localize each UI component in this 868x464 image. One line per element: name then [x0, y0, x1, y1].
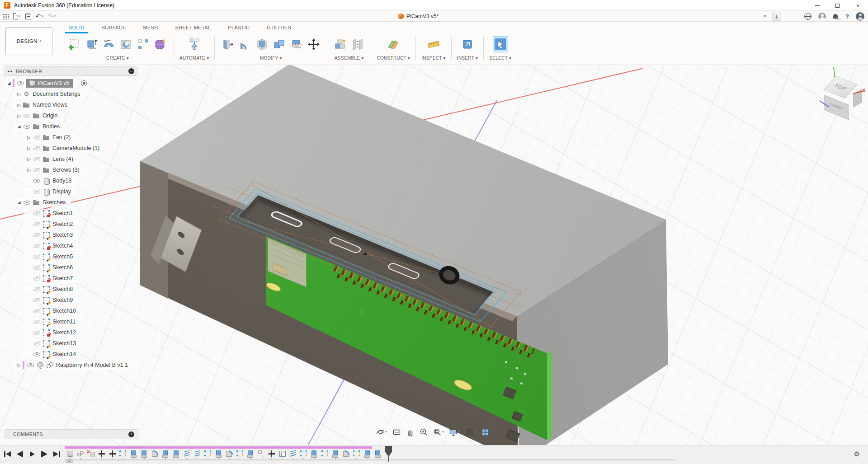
browser-row-origin[interactable]: ▷ Origin: [4, 110, 153, 121]
timeline-feature-box[interactable]: [66, 449, 75, 458]
visibility-eye-icon[interactable]: [33, 168, 40, 172]
look-at-button[interactable]: [392, 427, 402, 437]
expander-icon[interactable]: ▷: [25, 135, 33, 140]
construct-plane-icon[interactable]: [386, 36, 401, 52]
browser-header[interactable]: ◄◄ BROWSER –: [4, 66, 137, 76]
undo-button[interactable]: ↶▾: [36, 13, 43, 19]
go-to-end-button[interactable]: [52, 451, 61, 458]
browser-row-body13[interactable]: Body13: [4, 175, 153, 186]
expander-icon[interactable]: ◢: [5, 81, 13, 85]
timeline-feature-sketch[interactable]: [321, 449, 330, 458]
visibility-eye-icon[interactable]: [33, 255, 40, 259]
new-document-tab-button[interactable]: +: [772, 12, 781, 21]
browser-row-sketch12[interactable]: Sketch12: [4, 327, 153, 338]
browser-row-lens-4-[interactable]: ▷ Lens (4): [4, 154, 153, 164]
group-label-modify[interactable]: MODIFY ▾: [260, 56, 282, 61]
view-cube[interactable]: TOP FRONT X: [821, 66, 868, 115]
group-label-insert[interactable]: INSERT ▾: [457, 56, 478, 61]
tab-plastic[interactable]: PLASTIC: [227, 23, 250, 32]
expander-icon[interactable]: ▷: [25, 168, 33, 173]
visibility-eye-icon[interactable]: [33, 157, 40, 161]
visibility-eye-icon[interactable]: [24, 201, 30, 205]
group-label-assemble[interactable]: ASSEMBLE ▾: [335, 56, 364, 61]
browser-row-sketch10[interactable]: Sketch10: [4, 305, 153, 316]
new-component-icon[interactable]: [333, 36, 348, 52]
timeline-feature-move[interactable]: [97, 449, 106, 458]
visibility-eye-icon[interactable]: [33, 309, 40, 313]
timeline-feature-extrude[interactable]: [214, 449, 223, 458]
browser-row-sketch9[interactable]: Sketch9: [4, 295, 153, 305]
profile-icon[interactable]: [818, 13, 826, 20]
step-forward-button[interactable]: [40, 451, 48, 458]
comments-panel[interactable]: COMMENTS +: [5, 429, 138, 439]
help-icon[interactable]: ?: [845, 13, 849, 20]
timeline-feature-extrude[interactable]: [373, 449, 382, 458]
viewcube-top-face[interactable]: TOP: [824, 76, 858, 98]
timeline-component-group-bar[interactable]: [65, 446, 372, 449]
tab-surface[interactable]: SURFACE: [101, 23, 127, 32]
tab-sheet-metal[interactable]: SHEET METAL: [175, 23, 212, 32]
timeline-feature-sketch[interactable]: [352, 449, 361, 458]
file-menu-button[interactable]: ▾: [13, 13, 21, 19]
insert-icon[interactable]: [460, 36, 475, 52]
timeline-feature-link[interactable]: [76, 449, 85, 458]
timeline-feature-chamfer[interactable]: [225, 449, 234, 458]
split-body-icon[interactable]: [289, 36, 304, 52]
notifications-bell-icon[interactable]: [833, 14, 839, 19]
browser-row-sketch1[interactable]: Sketch1: [4, 208, 153, 219]
timeline-feature-fillet[interactable]: [342, 449, 351, 458]
combine-icon[interactable]: [272, 36, 287, 52]
timeline-settings-gear-icon[interactable]: ⚙: [854, 450, 860, 458]
browser-row-picamv3-v5[interactable]: ◢ PiCamV3 v5: [4, 78, 153, 89]
workspace-selector[interactable]: DESIGN▾: [5, 27, 52, 55]
pan-button[interactable]: [405, 427, 415, 437]
measure-icon[interactable]: [426, 36, 441, 52]
maximize-button[interactable]: [827, 0, 848, 11]
group-label-automate[interactable]: AUTOMATE ▾: [179, 56, 209, 61]
close-button[interactable]: ×: [848, 0, 868, 11]
visibility-eye-icon[interactable]: [33, 179, 40, 183]
visibility-eye-icon[interactable]: [33, 244, 40, 248]
visibility-eye-icon[interactable]: [33, 352, 40, 356]
expander-icon[interactable]: ▷: [15, 92, 23, 97]
browser-row-document-settings[interactable]: ▷ ⚙ Document Settings: [4, 89, 153, 99]
browser-row-sketch3[interactable]: Sketch3: [4, 230, 153, 240]
visibility-eye-icon[interactable]: [33, 266, 40, 270]
extrude-icon[interactable]: [84, 36, 99, 52]
document-tab[interactable]: PiCamV3 v5*: [398, 11, 439, 22]
pattern-icon[interactable]: [136, 36, 151, 52]
browser-row-sketch7[interactable]: Sketch7: [4, 273, 153, 284]
expander-icon[interactable]: ▷: [15, 103, 23, 108]
timeline-feature-extrude[interactable]: [129, 449, 138, 458]
visibility-eye-icon[interactable]: [24, 114, 30, 118]
visibility-eye-icon[interactable]: [33, 222, 40, 226]
save-button[interactable]: [25, 14, 31, 19]
expander-icon[interactable]: ◢: [15, 200, 23, 205]
create-sketch-icon[interactable]: [67, 36, 82, 52]
viewports-button[interactable]: ▾: [480, 427, 493, 437]
timeline-feature-pattern[interactable]: [278, 449, 287, 458]
visibility-eye-icon[interactable]: [33, 298, 40, 302]
browser-row-named-views[interactable]: ▷ Named Views: [4, 99, 153, 110]
timeline-feature-thread[interactable]: [288, 449, 297, 458]
timeline-feature-extrude[interactable]: [172, 449, 181, 458]
browser-row-raspberry-pi-4-model-b-v1-1[interactable]: ▷ Raspberry Pi 4 Model B v1:1: [4, 360, 153, 370]
visibility-eye-icon[interactable]: [33, 320, 40, 324]
fillet-icon[interactable]: [237, 36, 253, 52]
group-label-create[interactable]: CREATE ▾: [106, 56, 129, 61]
expander-icon[interactable]: ◢: [15, 124, 23, 129]
visibility-eye-icon[interactable]: [33, 190, 40, 194]
expander-icon[interactable]: ▷: [25, 146, 33, 151]
visibility-eye-icon[interactable]: [27, 363, 34, 367]
timeline-track[interactable]: [65, 459, 675, 460]
document-tab-close-button[interactable]: ×: [760, 12, 769, 21]
browser-row-sketches[interactable]: ◢ Sketches: [4, 197, 153, 208]
timeline-feature-extrude[interactable]: [161, 449, 170, 458]
visibility-eye-icon[interactable]: [33, 331, 40, 335]
add-comment-button[interactable]: +: [128, 431, 134, 437]
group-label-select[interactable]: SELECT ▾: [489, 56, 511, 61]
visibility-eye-icon[interactable]: [33, 136, 40, 140]
timeline-feature-delete[interactable]: [87, 449, 96, 458]
browser-row-sketch8[interactable]: Sketch8: [4, 284, 153, 295]
joint-icon[interactable]: [350, 36, 365, 52]
